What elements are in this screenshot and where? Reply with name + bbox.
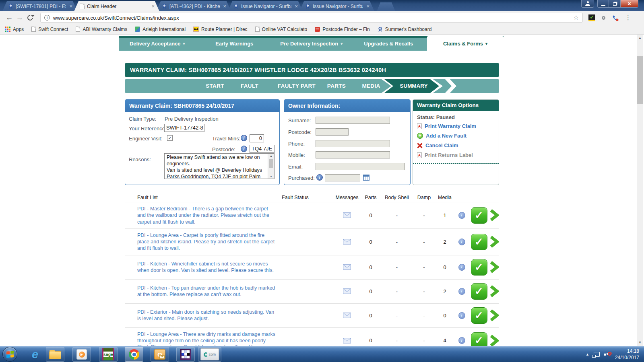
info-cell[interactable]: i [454,264,469,271]
minimize-button[interactable] [597,0,609,8]
taskbar-sage[interactable]: sage [99,347,118,362]
info-cell[interactable]: i [454,288,469,295]
email-input[interactable] [316,163,405,170]
step-media[interactable]: MEDIA [362,79,380,93]
open-fault-cell[interactable] [489,209,499,222]
add-new-fault-link[interactable]: + Add a New Fault [417,133,466,139]
purchased-info-icon[interactable]: i [316,174,323,181]
tab-swift-17801[interactable]: [SWIFT-17801] PDI - Exte × [2,1,77,11]
message-cell[interactable] [333,239,361,245]
reasons-scrollbar[interactable]: ▲ ▼ [268,154,274,179]
info-cell[interactable]: i [454,312,469,319]
your-reference-input[interactable]: SWIFT-17742-8 [164,124,204,132]
muted-speaker-icon[interactable] [604,352,611,357]
forward-button[interactable]: → [14,13,25,22]
open-fault-cell[interactable] [489,334,499,347]
nav-upgrades-recalls[interactable]: Upgrades & Recalls [350,36,427,51]
nav-claims-forms-active[interactable]: Claims & Forms ▾ [427,36,504,51]
bookmark-route-planner[interactable]: AA Route Planner | Direc [193,27,248,32]
nav-delivery-acceptance[interactable]: Delivery Acceptance ▾ [119,36,196,51]
taskbar-pixel-app[interactable] [176,347,195,362]
bookmark-swift-connect[interactable]: Swift Connect [31,27,68,32]
fault-description-link[interactable]: PDI - Kitchen - Wine/chiller cabinet is … [125,257,282,277]
message-cell[interactable] [333,212,361,218]
nav-pre-delivery-inspection[interactable]: Pre Delivery Inspection ▾ [273,36,350,51]
tab-issue-navigator-1[interactable]: Issue Navigator - Surfbay × [228,1,303,11]
tab-claim-header-active[interactable]: Claim Header × [74,1,159,11]
profile-button[interactable] [581,0,594,8]
approve-check-button[interactable]: ✓ [471,234,487,250]
tab-close-icon[interactable]: × [151,4,155,9]
info-cell[interactable]: i [454,239,469,245]
phone-input[interactable] [316,140,390,147]
postcode-input[interactable]: TQ4 7JE [250,145,275,153]
step-faulty-part[interactable]: FAULTY PART [278,79,316,93]
fault-description-link[interactable]: PDI - Master Bedroom - There is a gap be… [125,202,282,228]
open-fault-cell[interactable] [489,285,499,298]
message-cell[interactable] [333,338,361,343]
approve-cell[interactable]: ✓ [469,283,489,300]
info-cell[interactable]: i [454,212,469,219]
refresh-button[interactable] [26,14,34,22]
bookmark-star-icon[interactable]: ☆ [574,14,579,21]
approve-cell[interactable]: ✓ [469,307,489,324]
bookmark-abi-warranty[interactable]: ABI Warranty Claims [76,27,127,32]
message-cell[interactable] [333,313,361,318]
step-parts[interactable]: PARTS [327,79,346,93]
taskbar-media-player[interactable]: ▶ [72,347,91,362]
scroll-down-icon[interactable]: ▼ [268,175,274,178]
address-bar[interactable]: i www.supercare.co.uk/SwiftConnect/Claim… [40,13,583,23]
mobile-input[interactable] [316,151,390,158]
bookmark-postcode-finder[interactable]: Postcode Finder – Fin [315,27,369,32]
approve-cell[interactable]: ✓ [469,207,489,224]
taskbar-com-app[interactable]: com [198,347,221,362]
circle-extension-icon[interactable] [602,16,605,20]
scrollbar-thumb[interactable] [269,159,273,168]
info-cell[interactable]: i [454,337,469,344]
print-returns-label-link[interactable]: A Print Returns Label [417,152,473,158]
apps-shortcut[interactable]: Apps [5,27,24,32]
postcode-info-icon[interactable]: i [241,146,247,152]
start-button[interactable] [2,347,17,362]
taskbar-chrome-active[interactable] [125,347,143,362]
open-fault-cell[interactable] [489,235,499,248]
site-info-icon[interactable]: i [44,15,50,21]
scroll-up-icon[interactable]: ▲ [268,154,274,157]
cancel-claim-link[interactable]: Cancel Claim [417,142,458,148]
purchased-input[interactable] [325,174,360,181]
tab-close-icon[interactable]: × [365,4,370,9]
surname-input[interactable] [316,117,390,124]
approve-check-button[interactable]: ✓ [471,207,487,224]
bookmark-arleigh[interactable]: Arleigh International [135,27,186,32]
travel-mins-input[interactable]: 0 [250,134,264,142]
bookmark-vat-calculator[interactable]: Online VAT Calculato [255,27,308,32]
scrollbar-thumb[interactable] [637,56,643,104]
new-tab-button[interactable] [377,2,395,11]
url-text[interactable]: www.supercare.co.uk/SwiftConnect/Claims/… [53,15,179,21]
reasons-textarea[interactable]: Please may Swift attend as we are low on… [164,153,275,179]
step-fault[interactable]: FAULT [241,79,258,93]
phone-extension-icon[interactable] [612,14,619,21]
fault-description-link[interactable]: PDI - Kitchen - Top pan drawer under the… [125,282,282,301]
calendar-icon[interactable] [363,175,369,181]
approve-cell[interactable]: ✓ [469,234,489,250]
scroll-down-icon[interactable]: ▼ [637,341,643,344]
tab-close-icon[interactable]: × [294,4,299,9]
open-fault-cell[interactable] [489,309,499,322]
antivirus-extension-icon[interactable]: ✓ [588,14,595,21]
message-cell[interactable] [333,264,361,270]
taskbar-file-explorer[interactable] [46,347,64,362]
travel-mins-info-icon[interactable]: i [241,135,247,141]
tab-issue-navigator-2[interactable]: Issue Navigator - Surfbay × [299,1,374,11]
approve-check-button[interactable]: ✓ [471,259,487,276]
taskbar-outlook[interactable]: O [151,347,169,362]
network-icon[interactable] [594,352,600,357]
tab-close-icon[interactable]: × [68,4,73,9]
open-fault-cell[interactable] [489,261,499,274]
message-cell[interactable] [333,288,361,294]
back-button[interactable]: ← [4,13,14,22]
fault-description-link[interactable]: PDI - Exterior - Main door is catching s… [125,306,282,325]
taskbar-internet-explorer[interactable]: e [26,347,44,362]
maximize-button[interactable] [609,0,621,8]
approve-check-button[interactable]: ✓ [471,283,487,300]
